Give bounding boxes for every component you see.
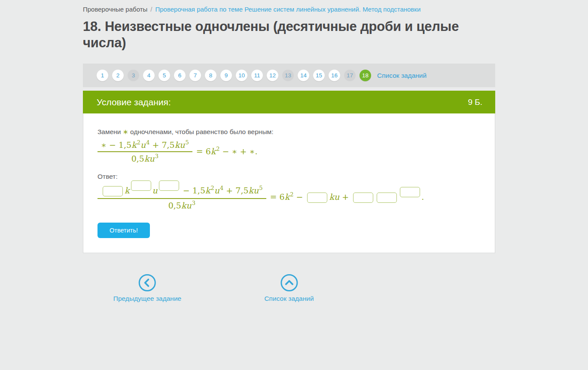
prev-task-link[interactable]: Предыдущее задание xyxy=(113,274,181,303)
answer-input-coefficient-1[interactable] xyxy=(103,186,123,196)
pagination-item-13[interactable]: 13 xyxy=(282,70,294,81)
math-token: + xyxy=(149,140,161,150)
green-asterisk: ∗ xyxy=(123,128,128,135)
math-token: Замени xyxy=(97,128,123,135)
pagination-item-10[interactable]: 10 xyxy=(236,70,247,81)
answer-input-exponent-4[interactable] xyxy=(400,187,420,197)
pagination-circles: 123456789101112131415161718 xyxy=(97,70,371,81)
pagination-list-link[interactable]: Список заданий xyxy=(377,72,427,80)
math-token: 2 xyxy=(290,191,293,198)
pagination-item-12[interactable]: 12 xyxy=(267,70,278,81)
breadcrumb-separator: / xyxy=(150,6,152,13)
pagination-item-1[interactable]: 1 xyxy=(97,70,108,81)
math-token: 2 xyxy=(137,139,140,146)
condition-points-badge: 9 Б. xyxy=(468,98,482,107)
math-token: = xyxy=(270,192,280,202)
math-token: k xyxy=(131,140,137,150)
math-token: k xyxy=(125,186,130,195)
chevron-left-icon xyxy=(139,274,156,291)
math-token: ku xyxy=(181,201,192,210)
answer-formula-rhs: = 6k2 − ku + . xyxy=(270,192,424,203)
submit-button[interactable]: Ответить! xyxy=(97,223,150,238)
math-token: 0,5 xyxy=(168,201,181,210)
math-token: + xyxy=(223,186,235,195)
condition-fraction-denominator: 0,5ku3 xyxy=(97,152,192,163)
math-token: одночленами, чтобы равенство было верным… xyxy=(128,128,274,135)
math-token: − xyxy=(180,186,192,195)
math-token: 6 xyxy=(206,147,211,156)
math-token: u xyxy=(152,186,158,195)
answer-input-exponent-u[interactable] xyxy=(159,180,179,191)
pagination-item-8[interactable]: 8 xyxy=(205,70,216,81)
math-token: 4 xyxy=(146,139,149,146)
math-token: 7,5 xyxy=(161,140,174,150)
pagination-item-2[interactable]: 2 xyxy=(112,70,124,81)
pagination-item-18[interactable]: 18 xyxy=(360,70,371,81)
prev-task-label: Предыдущее задание xyxy=(113,295,181,303)
chevron-up-icon xyxy=(280,274,298,291)
answer-input-base-4[interactable] xyxy=(377,193,397,203)
answer-input-coefficient-2[interactable] xyxy=(307,193,327,203)
math-token: 3 xyxy=(192,200,195,206)
math-token: ku xyxy=(249,186,259,195)
math-token: 0,5 xyxy=(131,154,144,164)
answer-fraction-denominator: 0,5ku3 xyxy=(97,199,266,210)
math-token: 5 xyxy=(259,185,262,191)
math-token: 4 xyxy=(220,185,223,191)
math-token: k xyxy=(205,186,210,195)
pagination-item-17[interactable]: 17 xyxy=(344,70,356,81)
answer-fraction: ku − 1,5k2u4 + 7,5ku5 0,5ku3 xyxy=(97,184,266,211)
pagination-item-11[interactable]: 11 xyxy=(251,70,263,81)
math-token: . xyxy=(421,192,424,202)
pagination-bar: 123456789101112131415161718 Список задан… xyxy=(83,64,495,87)
condition-header: Условие задания: 9 Б. xyxy=(83,91,495,113)
math-token: u xyxy=(214,186,219,195)
math-token: k xyxy=(211,147,216,156)
answer-input-coefficient-3[interactable] xyxy=(353,193,373,203)
condition-formula-rhs: = 6k2 − ∗ + ∗. xyxy=(196,146,258,156)
breadcrumb-current-link[interactable]: Проверочная работа по теме Решение систе… xyxy=(155,6,420,13)
breadcrumb: Проверочные работы/Проверочная работа по… xyxy=(83,6,495,13)
math-token: 6 xyxy=(280,192,285,202)
math-token: 1,5 xyxy=(119,140,131,150)
pagination-item-4[interactable]: 4 xyxy=(143,70,155,81)
math-token: 7,5 xyxy=(235,186,248,195)
math-token: − ∗ + ∗. xyxy=(220,147,258,156)
math-token: 1,5 xyxy=(192,186,205,195)
task-card: Замени ∗ одночленами, чтобы равенство бы… xyxy=(83,113,495,253)
pagination-item-9[interactable]: 9 xyxy=(220,70,232,81)
pagination-item-5[interactable]: 5 xyxy=(158,70,170,81)
pagination-item-15[interactable]: 15 xyxy=(313,70,325,81)
condition-header-title: Условие задания: xyxy=(97,97,171,107)
pagination-item-7[interactable]: 7 xyxy=(189,70,201,81)
math-token: k xyxy=(285,192,290,202)
math-token: ku xyxy=(144,154,155,164)
pagination-item-6[interactable]: 6 xyxy=(174,70,186,81)
condition-formula: ∗ − 1,5k2u4 + 7,5ku5 0,5ku3 = 6k2 − ∗ + … xyxy=(97,139,481,164)
math-token: 5 xyxy=(185,139,189,146)
answer-formula: ku − 1,5k2u4 + 7,5ku5 0,5ku3 = 6k2 − ku … xyxy=(97,184,481,211)
answer-input-exponent-k[interactable] xyxy=(131,180,151,191)
task-list-link[interactable]: Список заданий xyxy=(264,274,314,303)
math-token: 2 xyxy=(211,185,214,191)
math-token: + xyxy=(339,192,351,202)
pagination-item-3[interactable]: 3 xyxy=(128,70,139,81)
math-token: ku xyxy=(329,192,339,202)
math-token: − xyxy=(293,192,305,202)
page-title: 18. Неизвестные одночлены (десятичные др… xyxy=(83,18,495,51)
math-token: 2 xyxy=(216,146,219,152)
math-token: = xyxy=(196,147,206,156)
pagination-item-14[interactable]: 14 xyxy=(298,70,309,81)
answer-label: Ответ: xyxy=(97,173,481,180)
footer-nav: Предыдущее задание Список заданий xyxy=(83,263,495,302)
breadcrumb-root[interactable]: Проверочные работы xyxy=(83,6,147,13)
answer-fraction-numerator: ku − 1,5k2u4 + 7,5ku5 xyxy=(97,184,266,199)
condition-fraction: ∗ − 1,5k2u4 + 7,5ku5 0,5ku3 xyxy=(97,139,192,164)
math-token: 3 xyxy=(155,153,158,159)
condition-fraction-numerator: ∗ − 1,5k2u4 + 7,5ku5 xyxy=(97,139,192,152)
math-token: ku xyxy=(175,140,185,150)
math-token: u xyxy=(140,140,146,150)
math-token: ∗ − xyxy=(101,140,119,150)
pagination-item-16[interactable]: 16 xyxy=(329,70,340,81)
task-instruction: Замени ∗ одночленами, чтобы равенство бы… xyxy=(97,128,481,136)
